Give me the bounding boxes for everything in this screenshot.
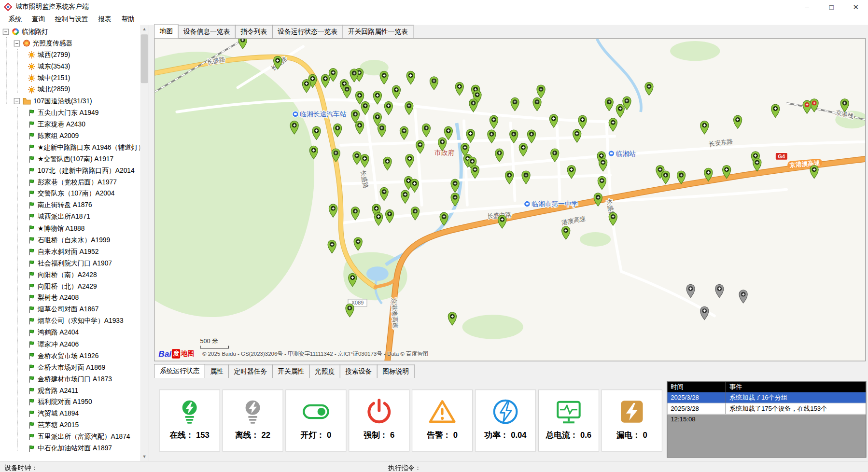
alarm-value: 0: [453, 430, 458, 439]
power-value: 0.04: [511, 430, 526, 439]
tree-node-sensor[interactable]: 城北(2859): [0, 84, 140, 96]
tree-node-sensor[interactable]: 城中(2151): [0, 72, 140, 84]
menu-item[interactable]: 系统: [3, 14, 27, 25]
tree-node-device[interactable]: 五尖山大门东 A1949: [0, 107, 140, 119]
statusbar: 设备时钟： 执行指令：: [0, 461, 868, 472]
bottom-tab[interactable]: 搜索设备: [340, 364, 378, 378]
maximize-button[interactable]: □: [819, 0, 844, 14]
tree-node-root[interactable]: 临湘路灯: [0, 26, 140, 38]
tree-node-device[interactable]: 社会福利院大门口 A1907: [0, 258, 140, 269]
main-tab[interactable]: 设备运行状态一览表: [272, 25, 343, 39]
tree-node-device[interactable]: 汽贸城 A1894: [0, 408, 140, 419]
streetlight-device-icon: [28, 190, 35, 198]
streetlight-device-icon: [28, 329, 35, 337]
tree-node-sensor-group[interactable]: 光照度传感器: [0, 38, 140, 49]
main-tabstrip: 地图设备信息一览表指令列表设备运行状态一览表开关回路属性一览表: [154, 28, 413, 38]
alarm-icon: [428, 395, 457, 429]
tree-node-device[interactable]: 鸿鹤路 A2404: [0, 327, 140, 339]
current-icon: [554, 395, 583, 429]
bottom-tabstrip: 系统运行状态属性定时器任务开关属性光照度搜索设备图标说明: [154, 367, 414, 378]
main-tab[interactable]: 设备信息一览表: [178, 25, 236, 39]
tree-guide: [17, 107, 18, 451]
tree-node-device[interactable]: ★建新中路路口东 A1946（辅道灯）: [0, 142, 140, 153]
sensor-group-icon: [23, 40, 30, 47]
map-scale: 500 米: [200, 337, 229, 348]
lamp-on-value: 0: [327, 430, 331, 439]
tree-node-device[interactable]: 梨树巷 A2408: [0, 292, 140, 304]
menu-item[interactable]: 查询: [27, 14, 50, 25]
tree-node-device[interactable]: 福利院对面 A1950: [0, 396, 140, 408]
scroll-down-icon[interactable]: ▼: [140, 453, 148, 461]
status-card-leakage: 漏电： 0: [602, 389, 662, 452]
event-row[interactable]: 2025/3/28 12:15:08 系统加载了175个设备，在线153个: [667, 403, 866, 415]
tree-node-device[interactable]: 金桥农贸市场 A1926: [0, 350, 140, 362]
tree-node-device[interactable]: 中石化加油站对面 A1897: [0, 443, 140, 454]
baidu-logo: Bai度地图: [158, 349, 194, 359]
map-attribution: © 2025 Baidu - GS(2023)3206号 - 甲测资字11111…: [202, 350, 428, 358]
minimize-button[interactable]: –: [795, 0, 819, 14]
tree-node-device[interactable]: 城西派出所A1871: [0, 211, 140, 223]
tree-node-device[interactable]: 107北（建新中路路口西）A2014: [0, 165, 140, 177]
bottom-tab[interactable]: 定时器任务: [228, 364, 273, 378]
tree-node-device[interactable]: 自来水斜对面 A1952: [0, 246, 140, 258]
tree-node-device[interactable]: ★交警队西(107南) A1917: [0, 153, 140, 165]
expander-icon[interactable]: [14, 41, 20, 47]
exec-command-label: 执行指令：: [388, 463, 421, 472]
tree-node-device[interactable]: 彭家巷（党校后面）A1977: [0, 177, 140, 188]
tree-node-device[interactable]: ★博物馆 A1888: [0, 223, 140, 235]
menu-item[interactable]: 控制与设置: [50, 14, 93, 25]
tree-node-device[interactable]: 芭茅塘 A2015: [0, 419, 140, 431]
bottom-tab[interactable]: 属性: [205, 364, 229, 378]
menu-item[interactable]: 报表: [93, 14, 116, 25]
online-icon: [176, 395, 203, 429]
menubar: 系统查询控制与设置报表帮助: [0, 14, 868, 25]
map-canvas[interactable]: 长盛路长白路 临湘长途汽车站市政府 临湘站长安东路 临湘市第一中学长盛中路长盛路…: [154, 38, 866, 361]
tree-node-device[interactable]: 交警队东（107南）A2004: [0, 188, 140, 200]
bottom-tab[interactable]: 开关属性: [272, 364, 310, 378]
svg-text:临湘市第一中学: 临湘市第一中学: [532, 200, 578, 208]
tree-node-device[interactable]: 王家珑巷 A2430: [0, 119, 140, 130]
expander-icon[interactable]: [3, 29, 9, 35]
tree-node-device[interactable]: 向阳桥（北）A2429: [0, 281, 140, 292]
streetlight-device-icon: [28, 305, 35, 314]
streetlight-device-icon: [28, 410, 35, 418]
tree-node-device[interactable]: 南正街转盘 A1876: [0, 200, 140, 211]
main-tab[interactable]: 指令列表: [235, 25, 273, 39]
svg-text:G4: G4: [778, 153, 785, 159]
bottom-tab[interactable]: 图标说明: [377, 364, 415, 378]
status-card-offline: 离线： 22: [222, 389, 283, 452]
streetlight-device-icon: [28, 259, 35, 267]
bottom-tab[interactable]: 系统运行状态: [154, 364, 205, 378]
tree-node-device[interactable]: 五里派出所（富源汽配）A1874: [0, 431, 140, 443]
tree-node-sensor[interactable]: 城西(2799): [0, 49, 140, 61]
tree-node-device[interactable]: 烟草公司（求知中学）A1933: [0, 316, 140, 327]
main-tab[interactable]: 开关回路属性一览表: [343, 25, 414, 39]
bottom-tab[interactable]: 光照度: [309, 364, 340, 378]
tree-node-device-group[interactable]: 107国道沿线(31/31): [0, 96, 140, 107]
current-value: 0.6: [580, 430, 591, 439]
tree-scrollbar[interactable]: ▲ ▼: [140, 25, 148, 461]
tree-node-device[interactable]: 谭家冲 A2406: [0, 339, 140, 350]
tree-node-device[interactable]: 烟草公司对面 A1867: [0, 304, 140, 316]
scrollbar-thumb[interactable]: [141, 34, 148, 83]
main-tab[interactable]: 地图: [154, 25, 179, 39]
power-icon: [491, 395, 519, 429]
tree-node-device[interactable]: 向阳桥（南）A2428: [0, 269, 140, 281]
tree-node-sensor[interactable]: 城东(3543): [0, 61, 140, 72]
expander-icon[interactable]: [14, 98, 20, 105]
lamp-on-icon: [301, 395, 331, 429]
tree-node-device[interactable]: 观音路 A2411: [0, 385, 140, 396]
tree-node-device[interactable]: 金桥建材市场门口 A1873: [0, 373, 140, 385]
scroll-up-icon[interactable]: ▲: [140, 25, 148, 33]
menu-item[interactable]: 帮助: [116, 14, 140, 25]
event-row[interactable]: 2025/3/28 12:15:08 系统加载了16个分组: [667, 392, 866, 403]
forced-icon: [365, 395, 393, 429]
streetlight-device-icon: [28, 398, 35, 406]
streetlight-device-icon: [28, 224, 35, 233]
streetlight-device-icon: [28, 352, 35, 360]
tree-node-device[interactable]: 陈家组 A2009: [0, 130, 140, 142]
close-button[interactable]: ✕: [843, 0, 868, 14]
streetlight-device-icon: [28, 155, 35, 163]
tree-node-device[interactable]: 石咀桥（自来水）A1999: [0, 235, 140, 246]
tree-node-device[interactable]: 金桥大市场对面 A1869: [0, 362, 140, 374]
